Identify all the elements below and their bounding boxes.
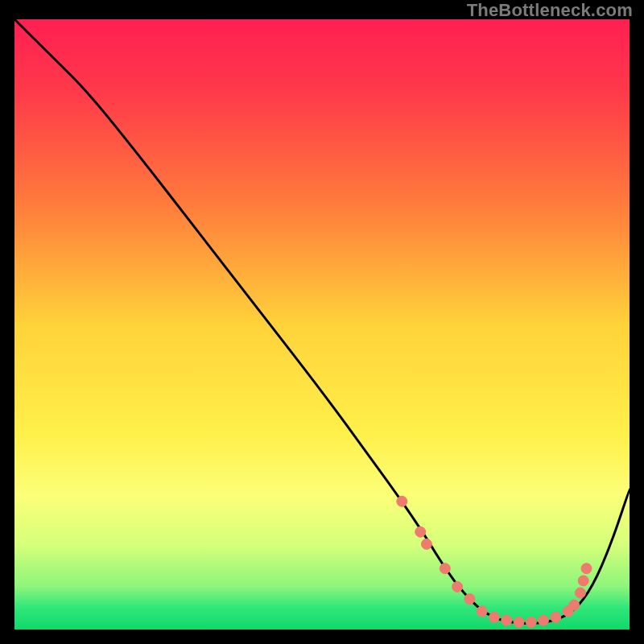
curve-marker — [397, 496, 407, 506]
curve-marker — [569, 600, 580, 610]
watermark-text: TheBottleneck.com — [467, 0, 633, 21]
curve-marker — [575, 588, 585, 598]
curve-marker — [514, 617, 524, 627]
curve-marker — [539, 615, 549, 625]
curve-marker — [489, 612, 499, 622]
plot-area — [14, 19, 630, 630]
curve-marker — [415, 526, 426, 537]
curve-marker — [526, 617, 536, 627]
curve-marker — [502, 615, 512, 625]
curve-marker — [578, 576, 588, 586]
chart-frame: TheBottleneck.com — [0, 0, 644, 644]
gradient-background — [14, 19, 630, 630]
curve-marker — [551, 612, 561, 622]
curve-marker — [452, 581, 463, 592]
chart-svg — [14, 19, 630, 630]
curve-marker — [421, 539, 431, 549]
curve-marker — [581, 564, 592, 574]
curve-marker — [477, 606, 487, 617]
curve-marker — [464, 594, 475, 605]
curve-marker — [440, 564, 450, 574]
